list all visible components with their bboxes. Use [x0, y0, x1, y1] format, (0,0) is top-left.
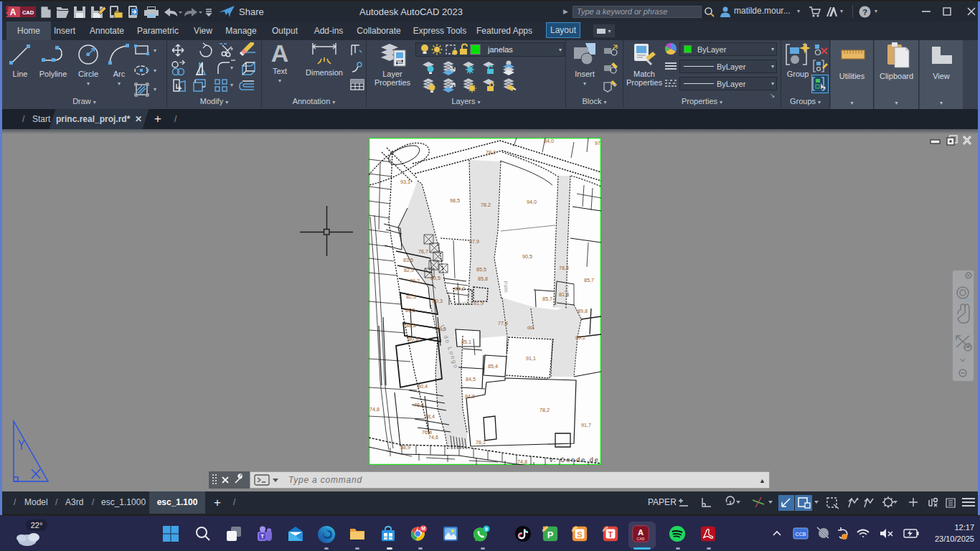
- svg-text:58,9: 58,9: [400, 444, 410, 451]
- svg-text:81,5: 81,5: [405, 307, 415, 314]
- svg-text:v. Conde de: v. Conde de: [550, 456, 600, 463]
- svg-text:85,8: 85,8: [478, 276, 488, 282]
- svg-text:82,3: 82,3: [406, 293, 416, 300]
- svg-text:P: P: [547, 529, 554, 540]
- svg-text:T: T: [260, 533, 264, 540]
- svg-text:85,7: 85,7: [542, 296, 552, 302]
- svg-text:74,6: 74,6: [428, 434, 438, 441]
- svg-text:91,1: 91,1: [526, 355, 536, 362]
- svg-text:85,1: 85,1: [461, 339, 471, 345]
- svg-text:97,: 97,: [595, 140, 601, 146]
- svg-text:89,2: 89,2: [575, 334, 585, 341]
- svg-text:80,5: 80,5: [430, 275, 440, 281]
- svg-text:81,9: 81,9: [473, 300, 484, 306]
- svg-text:78,2: 78,2: [486, 149, 496, 156]
- svg-text:85,5: 85,5: [476, 266, 486, 273]
- svg-text:22°: 22°: [31, 521, 43, 529]
- svg-text:74,8: 74,8: [517, 458, 527, 465]
- svg-text:?: ?: [862, 8, 867, 17]
- svg-text:84,0: 84,0: [544, 138, 554, 144]
- svg-text:88,8: 88,8: [406, 322, 416, 329]
- svg-text:90,5: 90,5: [522, 253, 532, 260]
- svg-text:85,4: 85,4: [488, 363, 498, 369]
- svg-text:93,1: 93,1: [400, 179, 410, 185]
- svg-text:84,5: 84,5: [466, 376, 476, 382]
- svg-text:M: M: [421, 526, 425, 531]
- svg-text:80,9: 80,9: [408, 336, 418, 342]
- svg-text:78,2: 78,2: [540, 407, 550, 413]
- svg-text:82,9: 82,9: [404, 267, 414, 273]
- svg-text:77,4: 77,4: [498, 320, 508, 326]
- svg-text:S: S: [577, 530, 582, 539]
- svg-text:83,5: 83,5: [403, 257, 413, 263]
- svg-text:94,0: 94,0: [527, 199, 537, 205]
- svg-text:78.2: 78.2: [481, 202, 491, 208]
- svg-text:T: T: [608, 530, 613, 539]
- svg-text:80,3: 80,3: [433, 298, 443, 304]
- svg-text:2D: 2D: [965, 296, 972, 303]
- svg-text:CAD: CAD: [22, 9, 34, 16]
- svg-text:76,7: 76,7: [418, 248, 428, 255]
- svg-text:A: A: [638, 528, 644, 537]
- svg-text:74,8: 74,8: [369, 406, 380, 413]
- svg-text:76,1: 76,1: [476, 439, 486, 446]
- svg-text:91,7: 91,7: [581, 422, 591, 428]
- svg-text:78,4: 78,4: [425, 413, 435, 420]
- svg-text:98,5: 98,5: [450, 197, 460, 204]
- svg-text:80,4: 80,4: [418, 383, 428, 390]
- svg-text:79,2: 79,2: [410, 278, 420, 284]
- svg-text:A: A: [10, 7, 17, 17]
- svg-text:76,4: 76,4: [414, 402, 424, 408]
- svg-text:84,9: 84,9: [465, 393, 475, 400]
- svg-text:87,9: 87,9: [469, 238, 479, 245]
- svg-text:CCB: CCB: [796, 532, 806, 537]
- svg-text:78,8: 78,8: [559, 265, 569, 271]
- svg-text:CAD: CAD: [636, 537, 644, 541]
- svg-text:89,8: 89,8: [578, 308, 588, 314]
- svg-text:84,2: 84,2: [455, 286, 465, 292]
- svg-text:9: 9: [485, 526, 488, 532]
- svg-text:do: do: [527, 324, 533, 331]
- svg-text:85,7: 85,7: [584, 277, 594, 283]
